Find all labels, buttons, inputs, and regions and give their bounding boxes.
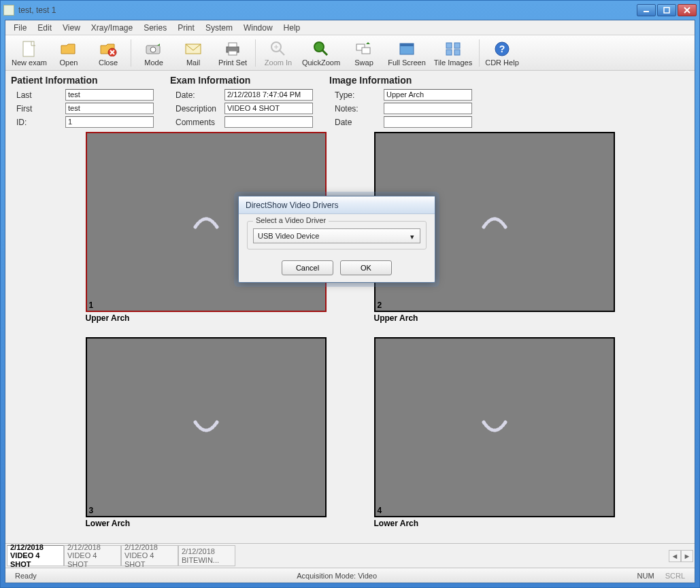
image-box-3[interactable]: 3 <box>86 337 327 517</box>
tab-prev-button[interactable]: ◄ <box>669 550 681 562</box>
image-caption: Upper Arch <box>86 312 327 324</box>
patient-title: Patient Information <box>11 75 154 86</box>
folder-open-icon <box>60 40 78 58</box>
open-button[interactable]: Open <box>49 37 88 69</box>
svg-rect-1 <box>664 7 669 13</box>
status-mode: Acquisition Mode: Video <box>291 572 382 580</box>
image-type-field[interactable]: Upper Arch <box>384 89 472 101</box>
image-box-4[interactable]: 4 <box>374 337 615 517</box>
exam-date-label: Date: <box>170 90 224 100</box>
full-screen-icon <box>398 40 416 58</box>
svg-rect-4 <box>23 41 34 56</box>
new-exam-label: New exam <box>12 58 47 67</box>
svg-rect-25 <box>454 43 460 48</box>
tile-images-button[interactable]: Tile Images <box>430 37 476 69</box>
first-field[interactable]: test <box>65 103 154 114</box>
app-icon <box>3 5 14 16</box>
menu-bar: File Edit View Xray/Image Series Print S… <box>5 20 695 35</box>
toolbar-separator <box>255 39 256 67</box>
close-button[interactable] <box>678 4 697 16</box>
image-cell-4[interactable]: 4 Lower Arch <box>374 337 615 542</box>
printer-icon <box>224 40 241 58</box>
maximize-button[interactable] <box>657 4 676 16</box>
last-field[interactable]: test <box>65 89 154 101</box>
image-grid: 1 Upper Arch 2 Upper Arch 3 <box>5 132 695 543</box>
box-number: 3 <box>89 506 94 515</box>
tab-name: BITEWIN... <box>182 556 232 565</box>
exam-date-field[interactable]: 2/12/2018 7:47:04 PM <box>224 89 313 101</box>
exam-panel: Exam Information Date:2/12/2018 7:47:04 … <box>170 75 313 129</box>
image-date-label: Date <box>329 118 384 127</box>
full-screen-button[interactable]: Full Screen <box>384 37 430 69</box>
menu-help[interactable]: Help <box>278 22 306 34</box>
folder-close-icon <box>99 40 117 58</box>
box-number: 2 <box>378 300 382 310</box>
box-number: 4 <box>378 506 382 515</box>
swap-label: Swap <box>354 58 373 67</box>
quick-zoom-icon <box>312 40 330 58</box>
box-number: 1 <box>89 300 94 310</box>
tab-1[interactable]: 2/12/2018 VIDEO 4 SHOT <box>64 545 121 566</box>
menu-system[interactable]: System <box>200 22 238 34</box>
image-panel: Image Information Type:Upper Arch Notes:… <box>329 75 472 129</box>
video-driver-combo[interactable]: USB Video Device ▾ <box>253 228 420 243</box>
mode-button[interactable]: Mode <box>134 37 173 69</box>
tile-images-label: Tile Images <box>434 58 472 67</box>
help-icon: ? <box>493 40 511 58</box>
status-scrl: SCRL <box>660 572 690 580</box>
quick-zoom-label: QuickZoom <box>302 58 340 67</box>
image-date-field[interactable] <box>384 116 472 128</box>
mail-button[interactable]: Mail <box>173 37 213 69</box>
minimize-button[interactable] <box>637 4 656 16</box>
menu-window[interactable]: Window <box>238 22 278 34</box>
chevron-down-icon: ▾ <box>407 232 417 241</box>
tab-2[interactable]: 2/12/2018 VIDEO 4 SHOT <box>121 545 178 566</box>
ok-button[interactable]: OK <box>340 260 392 275</box>
tile-icon <box>444 40 462 58</box>
combo-value: USB Video Device <box>258 232 319 240</box>
toolbar-separator <box>479 39 480 67</box>
svg-rect-12 <box>229 43 237 47</box>
info-panels: Patient Information Lasttest Firsttest I… <box>5 71 695 132</box>
menu-file[interactable]: File <box>8 22 32 34</box>
exam-desc-field[interactable]: VIDEO 4 SHOT <box>224 103 313 114</box>
svg-rect-26 <box>446 50 452 55</box>
tab-3[interactable]: 2/12/2018 BITEWIN... <box>178 545 235 566</box>
toolbar: New exam Open Close Mode Mail Print Se <box>5 35 695 71</box>
id-field[interactable]: 1 <box>65 116 154 128</box>
dialog-title[interactable]: DirectShow Video Drivers <box>239 196 435 214</box>
cancel-button[interactable]: Cancel <box>282 260 333 275</box>
print-set-button[interactable]: Print Set <box>213 37 252 69</box>
image-notes-field[interactable] <box>384 103 472 114</box>
svg-point-9 <box>150 47 156 52</box>
tab-date: 2/12/2018 <box>67 543 118 552</box>
exam-comments-field[interactable] <box>224 116 313 128</box>
swap-button[interactable]: Swap <box>344 37 384 69</box>
zoom-in-button: Zoom In <box>259 37 298 69</box>
tab-0[interactable]: 2/12/2018 VIDEO 4 SHOT <box>7 545 64 566</box>
menu-view[interactable]: View <box>57 22 86 34</box>
close-button-tool[interactable]: Close <box>88 37 128 69</box>
menu-xrayimage[interactable]: Xray/Image <box>86 22 138 34</box>
mode-label: Mode <box>144 58 163 67</box>
app-window: test, test 1 File Edit View Xray/Image S… <box>0 0 700 588</box>
status-num: NUM <box>632 572 660 580</box>
image-notes-label: Notes: <box>329 104 384 114</box>
quick-zoom-button[interactable]: QuickZoom <box>298 37 344 69</box>
image-caption: Upper Arch <box>374 312 615 324</box>
exam-title: Exam Information <box>170 75 313 86</box>
svg-line-19 <box>322 50 327 55</box>
svg-rect-27 <box>454 50 460 55</box>
tab-name: VIDEO 4 SHOT <box>124 551 175 568</box>
menu-print[interactable]: Print <box>172 22 200 34</box>
tab-next-button[interactable]: ► <box>681 550 693 562</box>
svg-rect-21 <box>362 48 370 54</box>
image-cell-3[interactable]: 3 Lower Arch <box>86 337 327 542</box>
new-exam-button[interactable]: New exam <box>10 37 49 69</box>
menu-series[interactable]: Series <box>138 22 172 34</box>
cdr-help-button[interactable]: ? CDR Help <box>482 37 522 69</box>
image-caption: Lower Arch <box>374 517 615 530</box>
lower-arch-icon <box>193 418 220 436</box>
menu-edit[interactable]: Edit <box>32 22 57 34</box>
zoom-in-icon <box>269 40 287 58</box>
